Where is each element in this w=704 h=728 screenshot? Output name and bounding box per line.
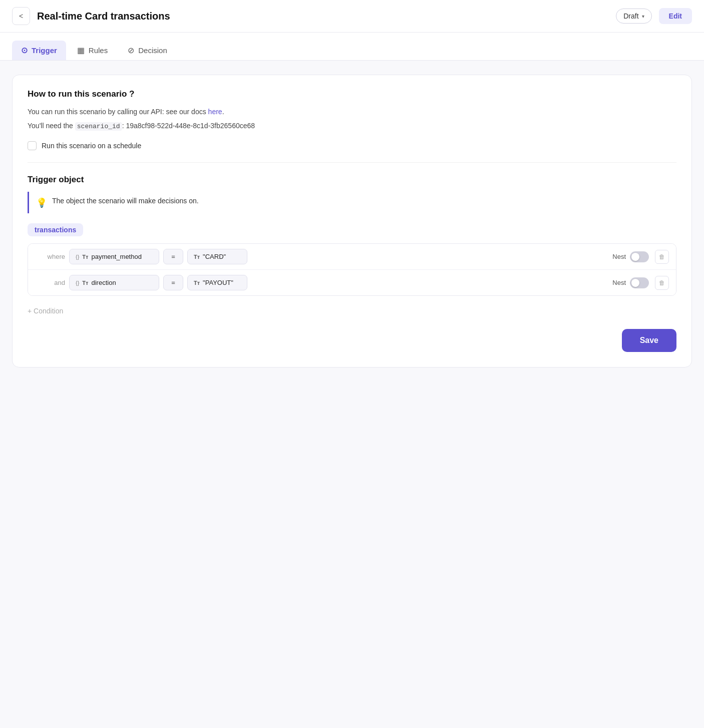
operator-1[interactable]: = bbox=[163, 249, 183, 264]
how-to-run-desc: You can run this scenario by calling our… bbox=[28, 106, 676, 117]
tabs-bar: ⊙ Trigger ▦ Rules ⊘ Decision bbox=[0, 33, 704, 61]
rules-icon: ▦ bbox=[77, 46, 85, 55]
scenario-id-value: 19a8cf98-522d-448e-8c1d-3fb26560ce68 bbox=[126, 122, 255, 130]
conditions-wrapper: where {} Tт payment_method = Tт "CARD" N… bbox=[28, 243, 676, 296]
decision-icon: ⊘ bbox=[128, 46, 134, 55]
schedule-label: Run this scenario on a schedule bbox=[42, 142, 141, 150]
trash-icon-1: 🗑 bbox=[659, 253, 665, 260]
tab-decision-label: Decision bbox=[138, 46, 167, 55]
condition-row-2: and {} Tт direction = Tт "PAYOUT" Nest 🗑 bbox=[28, 270, 676, 295]
save-button[interactable]: Save bbox=[622, 329, 676, 352]
tab-decision[interactable]: ⊘ Decision bbox=[119, 41, 176, 60]
value-1[interactable]: Tт "CARD" bbox=[187, 249, 247, 264]
nest-label-2: Nest bbox=[612, 279, 626, 286]
value-2[interactable]: Tт "PAYOUT" bbox=[187, 275, 247, 290]
trigger-object-title: Trigger object bbox=[28, 175, 676, 185]
condition-label-where: where bbox=[35, 253, 65, 260]
delete-button-2[interactable]: 🗑 bbox=[655, 276, 669, 290]
draft-button[interactable]: Draft ▾ bbox=[616, 9, 651, 24]
how-to-run-section: How to run this scenario ? You can run t… bbox=[28, 89, 676, 150]
trigger-object-section: Trigger object 💡 The object the scenario… bbox=[28, 175, 676, 243]
toggle-knob-1 bbox=[631, 253, 639, 261]
add-condition-button[interactable]: + Condition bbox=[28, 305, 676, 317]
value-text-1: "CARD" bbox=[203, 253, 226, 260]
main-content: How to run this scenario ? You can run t… bbox=[0, 61, 704, 382]
condition-row-1: where {} Tт payment_method = Tт "CARD" N… bbox=[28, 244, 676, 270]
desc-period: . bbox=[222, 108, 224, 116]
trigger-info-block: 💡 The object the scenario will make deci… bbox=[28, 192, 676, 213]
tab-trigger-label: Trigger bbox=[32, 46, 57, 55]
tt-value-icon-2: Tт bbox=[194, 280, 200, 286]
nest-toggle-2[interactable] bbox=[630, 277, 649, 288]
scenario-id-row: You'll need the scenario_id: 19a8cf98-52… bbox=[28, 120, 676, 132]
field-direction[interactable]: {} Tт direction bbox=[69, 275, 159, 290]
field-payment-method[interactable]: {} Tт payment_method bbox=[69, 249, 159, 264]
scenario-id-label: scenario_id bbox=[75, 122, 122, 131]
tt-value-icon-1: Tт bbox=[194, 254, 200, 260]
bulb-icon: 💡 bbox=[36, 197, 47, 208]
docs-link[interactable]: here bbox=[208, 108, 222, 116]
braces-icon-2: {} bbox=[76, 280, 79, 286]
toggle-knob-2 bbox=[631, 279, 639, 287]
add-condition-label: + Condition bbox=[28, 307, 63, 315]
tt-icon-2: Tт bbox=[82, 280, 88, 286]
chevron-down-icon: ▾ bbox=[642, 14, 644, 19]
edit-button[interactable]: Edit bbox=[659, 8, 692, 24]
header: < Real-time Card transactions Draft ▾ Ed… bbox=[0, 0, 704, 33]
scenario-id-prefix: You'll need the bbox=[28, 122, 75, 130]
nest-toggle-1[interactable] bbox=[630, 251, 649, 262]
field-name-1: payment_method bbox=[91, 253, 141, 260]
trigger-icon: ⊙ bbox=[21, 46, 28, 55]
transactions-tag[interactable]: transactions bbox=[28, 223, 83, 236]
tab-trigger[interactable]: ⊙ Trigger bbox=[12, 41, 66, 60]
trash-icon-2: 🗑 bbox=[659, 279, 665, 286]
schedule-checkbox-row: Run this scenario on a schedule bbox=[28, 141, 676, 150]
tab-rules-label: Rules bbox=[89, 46, 108, 55]
condition-label-and: and bbox=[35, 279, 65, 286]
trigger-info-text: The object the scenario will make decisi… bbox=[52, 197, 199, 205]
value-text-2: "PAYOUT" bbox=[203, 279, 233, 286]
draft-label: Draft bbox=[623, 12, 638, 20]
field-name-2: direction bbox=[91, 279, 116, 286]
operator-2[interactable]: = bbox=[163, 275, 183, 290]
back-button[interactable]: < bbox=[12, 7, 30, 25]
braces-icon-1: {} bbox=[76, 254, 79, 260]
desc-text-1: You can run this scenario by calling our… bbox=[28, 108, 208, 116]
tt-icon-1: Tт bbox=[82, 254, 88, 260]
back-icon: < bbox=[19, 12, 23, 20]
tab-rules[interactable]: ▦ Rules bbox=[68, 41, 117, 60]
footer: Save bbox=[28, 329, 676, 352]
delete-button-1[interactable]: 🗑 bbox=[655, 250, 669, 264]
content-card: How to run this scenario ? You can run t… bbox=[12, 75, 692, 368]
how-to-run-title: How to run this scenario ? bbox=[28, 89, 676, 99]
nest-label-1: Nest bbox=[612, 253, 626, 260]
schedule-checkbox[interactable] bbox=[28, 141, 37, 150]
divider bbox=[28, 162, 676, 163]
page-title: Real-time Card transactions bbox=[37, 11, 609, 22]
